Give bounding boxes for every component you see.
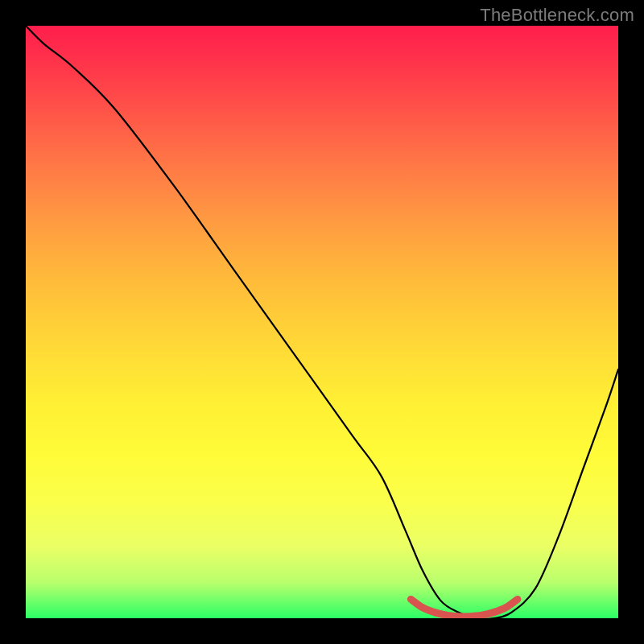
- bottleneck-curve: [26, 26, 618, 618]
- chart-plot-area: [26, 26, 618, 618]
- watermark-text: TheBottleneck.com: [480, 5, 634, 26]
- chart-frame: TheBottleneck.com: [0, 0, 644, 644]
- optimal-range: [411, 599, 518, 617]
- chart-svg: [26, 26, 618, 618]
